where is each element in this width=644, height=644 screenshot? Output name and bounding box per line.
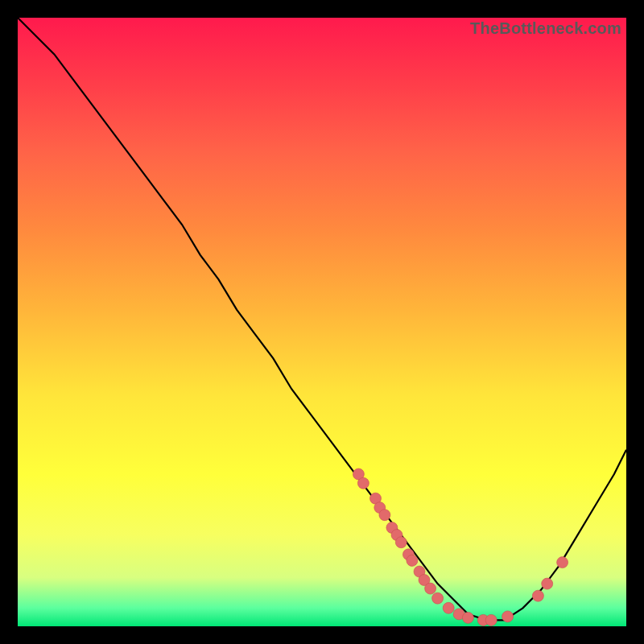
data-marker <box>485 614 497 625</box>
marker-group <box>353 469 568 625</box>
data-marker <box>502 611 514 622</box>
data-marker <box>432 592 444 604</box>
data-marker <box>542 578 553 589</box>
data-marker <box>379 510 390 521</box>
data-marker <box>425 583 436 594</box>
data-marker <box>462 612 473 623</box>
data-marker <box>407 555 418 566</box>
data-marker <box>557 557 568 568</box>
data-marker <box>357 477 369 489</box>
bottleneck-chart <box>18 18 626 626</box>
bottleneck-curve <box>18 18 626 620</box>
data-marker <box>395 537 407 548</box>
data-marker <box>443 602 454 613</box>
data-marker <box>532 590 543 601</box>
chart-frame: TheBottleneck.com <box>18 18 626 626</box>
